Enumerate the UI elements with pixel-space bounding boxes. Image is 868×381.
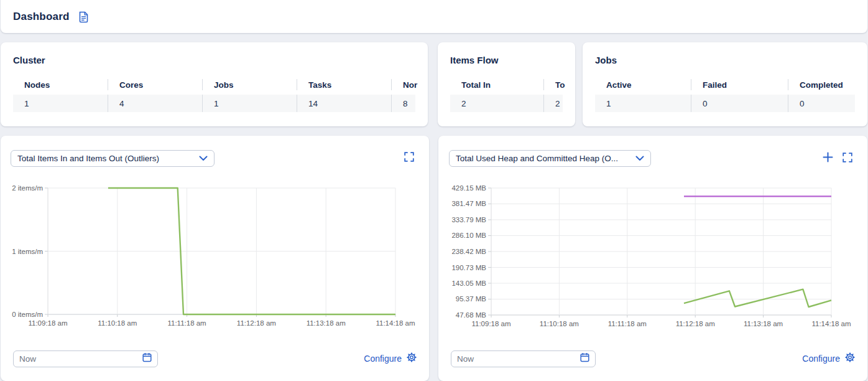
- heap-line-chart: 47.68 MB95.37 MB143.05 MB190.73 MB238.42…: [438, 181, 867, 336]
- time-range-input[interactable]: Now: [13, 350, 158, 367]
- stat-header-active: Active: [595, 79, 691, 90]
- stat-value-nodes: 1: [13, 95, 108, 112]
- svg-text:1 items/m: 1 items/m: [12, 248, 43, 255]
- cluster-card-title: Cluster: [13, 55, 415, 65]
- svg-text:286.10 MB: 286.10 MB: [451, 232, 486, 239]
- stat-value-nor: 8: [391, 95, 428, 112]
- cluster-stat-table: NodesCoresJobsTasksNor141148: [13, 79, 415, 112]
- stat-header-to: To: [543, 79, 575, 90]
- items-flow-stat-table: Total InTo22: [450, 79, 563, 112]
- jobs-card: Jobs ActiveFailedCompleted100: [583, 42, 867, 126]
- configure-link[interactable]: Configure: [802, 352, 855, 365]
- svg-text:11:14:18 am: 11:14:18 am: [811, 320, 851, 327]
- svg-text:333.79 MB: 333.79 MB: [451, 216, 486, 223]
- add-icon[interactable]: [823, 152, 833, 162]
- stat-value-cores: 4: [108, 95, 202, 112]
- expand-icon[interactable]: [843, 153, 852, 162]
- svg-text:11:14:18 am: 11:14:18 am: [376, 319, 415, 327]
- stat-value-to: 2: [543, 95, 575, 112]
- items-chart-metric-dropdown[interactable]: Total Items In and Items Out (Outliers): [11, 150, 215, 167]
- configure-link[interactable]: Configure: [364, 352, 417, 365]
- page-title: Dashboard: [13, 11, 70, 23]
- svg-text:381.47 MB: 381.47 MB: [451, 200, 486, 207]
- heap-chart-metric-dropdown[interactable]: Total Used Heap and Committed Heap (O...: [449, 150, 651, 167]
- stat-value-row: 22: [450, 95, 563, 112]
- svg-text:11:11:18 am: 11:11:18 am: [167, 319, 206, 327]
- svg-text:429.15 MB: 429.15 MB: [451, 184, 486, 192]
- stat-header-nodes: Nodes: [13, 79, 108, 90]
- items-line-chart: 0 items/m1 items/m2 items/m11:09:18 am11…: [1, 181, 429, 336]
- stat-header-nor: Nor: [391, 79, 428, 90]
- items-flow-card: Items Flow Total InTo22: [438, 42, 575, 126]
- calendar-icon: [142, 352, 152, 365]
- gear-icon: [845, 352, 855, 365]
- time-range-input[interactable]: Now: [451, 350, 596, 367]
- header-bar: Dashboard: [1, 0, 867, 33]
- svg-text:143.05 MB: 143.05 MB: [451, 280, 486, 287]
- series-used-heap: [684, 289, 831, 307]
- stat-header-cores: Cores: [108, 79, 202, 90]
- jobs-card-title: Jobs: [595, 55, 855, 65]
- gear-icon: [407, 352, 417, 365]
- calendar-icon: [580, 352, 589, 365]
- svg-text:11:13:18 am: 11:13:18 am: [744, 320, 783, 327]
- svg-text:11:12:18 am: 11:12:18 am: [676, 320, 715, 327]
- svg-text:11:09:18 am: 11:09:18 am: [28, 319, 67, 327]
- svg-text:2 items/m: 2 items/m: [12, 184, 43, 192]
- chevron-down-icon: [635, 154, 644, 163]
- stat-header-row: ActiveFailedCompleted: [595, 79, 855, 90]
- svg-text:11:11:18 am: 11:11:18 am: [608, 320, 647, 327]
- stat-header-completed: Completed: [788, 79, 855, 90]
- expand-icon[interactable]: [404, 152, 414, 162]
- stat-value-active: 1: [595, 95, 691, 112]
- stat-header-tasks: Tasks: [297, 79, 391, 90]
- header-row: Dashboard: [13, 11, 89, 23]
- items-flow-card-title: Items Flow: [450, 55, 563, 65]
- svg-text:0 items/m: 0 items/m: [12, 311, 43, 318]
- stat-header-row: NodesCoresJobsTasksNor: [13, 79, 415, 90]
- svg-text:95.37 MB: 95.37 MB: [456, 295, 487, 303]
- stat-value-row: 100: [595, 95, 855, 112]
- stat-value-jobs: 1: [202, 95, 297, 112]
- stat-header-total-in: Total In: [450, 79, 543, 90]
- stat-value-tasks: 14: [297, 95, 391, 112]
- time-range-value: Now: [19, 354, 142, 364]
- svg-text:11:10:18 am: 11:10:18 am: [98, 319, 137, 327]
- stat-value-failed: 0: [691, 95, 788, 112]
- svg-text:238.42 MB: 238.42 MB: [451, 248, 486, 255]
- stat-header-failed: Failed: [691, 79, 788, 90]
- heap-chart-metric-dropdown-value: Total Used Heap and Committed Heap (O...: [456, 154, 630, 163]
- items-chart-panel: Total Items In and Items Out (Outliers) …: [1, 136, 429, 381]
- svg-text:11:12:18 am: 11:12:18 am: [237, 319, 276, 327]
- svg-text:47.68 MB: 47.68 MB: [456, 311, 487, 319]
- document-icon[interactable]: [78, 11, 89, 23]
- jobs-stat-table: ActiveFailedCompleted100: [595, 79, 855, 112]
- items-chart-metric-dropdown-value: Total Items In and Items Out (Outliers): [17, 154, 194, 163]
- configure-label: Configure: [802, 354, 840, 364]
- time-range-value: Now: [457, 354, 580, 364]
- stat-value-row: 141148: [13, 95, 415, 112]
- stat-value-total-in: 2: [450, 95, 543, 112]
- svg-text:11:13:18 am: 11:13:18 am: [307, 319, 346, 327]
- svg-text:190.73 MB: 190.73 MB: [451, 264, 486, 271]
- heap-chart-panel: Total Used Heap and Committed Heap (O...…: [438, 136, 867, 381]
- cluster-card: Cluster NodesCoresJobsTasksNor141148: [1, 42, 428, 126]
- configure-label: Configure: [364, 354, 402, 364]
- stat-header-jobs: Jobs: [202, 79, 297, 90]
- svg-text:11:09:18 am: 11:09:18 am: [471, 320, 510, 327]
- stat-value-completed: 0: [788, 95, 855, 112]
- chevron-down-icon: [199, 154, 208, 163]
- stat-header-row: Total InTo: [450, 79, 563, 90]
- svg-text:11:10:18 am: 11:10:18 am: [540, 320, 579, 327]
